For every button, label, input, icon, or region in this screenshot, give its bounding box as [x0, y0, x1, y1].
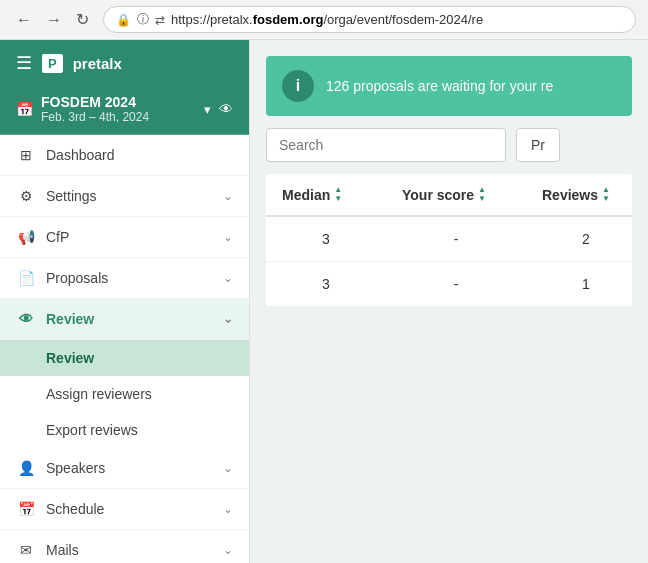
sidebar-item-export-reviews[interactable]: Export reviews [0, 412, 249, 448]
cfp-icon: 📢 [16, 229, 36, 245]
event-date: Feb. 3rd – 4th, 2024 [41, 110, 196, 124]
sidebar-subitem-review-label: Review [46, 350, 94, 366]
sort-desc-icon: ▼ [334, 195, 342, 203]
chevron-down-icon: ⌄ [223, 230, 233, 244]
brand-name: pretalx [73, 55, 122, 72]
chevron-down-icon: ⌄ [223, 312, 233, 326]
cell-score-1: - [386, 217, 526, 261]
sidebar-item-proposals[interactable]: 📄 Proposals ⌄ [0, 258, 249, 299]
calendar-icon: 📅 [16, 101, 33, 117]
info-banner-text: 126 proposals are waiting for your re [326, 78, 553, 94]
cell-median-1: 3 [266, 217, 386, 261]
filter-area: Pr [266, 128, 632, 162]
logo-box: P [42, 54, 63, 73]
sort-asc-icon: ▲ [478, 186, 486, 194]
address-bar[interactable]: 🔒 ⓘ ⇄ https://pretalx.fosdem.org/orga/ev… [103, 6, 636, 33]
proposals-icon: 📄 [16, 270, 36, 286]
hamburger-icon[interactable]: ☰ [16, 52, 32, 74]
proposals-table: Median ▲ ▼ Your score ▲ ▼ Reviews [266, 174, 632, 307]
search-input[interactable] [266, 128, 506, 162]
sidebar-header: ☰ P pretalx [0, 40, 249, 86]
eye-icon[interactable]: 👁 [219, 101, 233, 117]
event-details: FOSDEM 2024 Feb. 3rd – 4th, 2024 [41, 94, 196, 124]
chevron-down-icon: ⌄ [223, 543, 233, 557]
sidebar-item-cfp[interactable]: 📢 CfP ⌄ [0, 217, 249, 258]
column-reviews: Reviews ▲ ▼ [526, 174, 632, 215]
sidebar-item-dashboard[interactable]: ⊞ Dashboard [0, 135, 249, 176]
column-median: Median ▲ ▼ [266, 174, 386, 215]
forward-button[interactable]: → [42, 9, 66, 31]
sidebar-subitem-assign-label: Assign reviewers [46, 386, 152, 402]
reviews-label: Reviews [542, 187, 598, 203]
domain-bold: fosdem.org [253, 12, 324, 27]
sidebar-item-speakers-label: Speakers [46, 460, 213, 476]
sort-asc-icon: ▲ [334, 186, 342, 194]
your-score-label: Your score [402, 187, 474, 203]
info-icon: ⓘ [137, 11, 149, 28]
cell-reviews-2: 1 [526, 262, 632, 306]
app-layout: ☰ P pretalx 📅 FOSDEM 2024 Feb. 3rd – 4th… [0, 40, 648, 563]
sidebar-item-review[interactable]: 👁 Review ⌄ [0, 299, 249, 340]
cell-score-2: - [386, 262, 526, 306]
table-row[interactable]: 3 - 1 [266, 262, 632, 307]
sidebar-item-schedule[interactable]: 📅 Schedule ⌄ [0, 489, 249, 530]
event-arrows: ▾ [204, 102, 211, 117]
sort-desc-icon: ▼ [602, 195, 610, 203]
sidebar-item-mails[interactable]: ✉ Mails ⌄ [0, 530, 249, 563]
cell-median-2: 3 [266, 262, 386, 306]
main-content: i 126 proposals are waiting for your re … [250, 40, 648, 563]
info-circle-icon: i [282, 70, 314, 102]
reload-button[interactable]: ↻ [72, 8, 93, 31]
column-your-score: Your score ▲ ▼ [386, 174, 526, 215]
lock-icon: 🔒 [116, 13, 131, 27]
cell-reviews-1: 2 [526, 217, 632, 261]
sidebar-subitem-export-label: Export reviews [46, 422, 138, 438]
schedule-icon: 📅 [16, 501, 36, 517]
table-header: Median ▲ ▼ Your score ▲ ▼ Reviews [266, 174, 632, 217]
dropdown-arrow-icon[interactable]: ▾ [204, 102, 211, 117]
median-label: Median [282, 187, 330, 203]
sidebar-item-mails-label: Mails [46, 542, 213, 558]
table-row[interactable]: 3 - 2 [266, 217, 632, 262]
sidebar-item-settings-label: Settings [46, 188, 213, 204]
sort-icons-median[interactable]: ▲ ▼ [334, 186, 342, 203]
sidebar-item-schedule-label: Schedule [46, 501, 213, 517]
back-button[interactable]: ← [12, 9, 36, 31]
speakers-icon: 👤 [16, 460, 36, 476]
sidebar: ☰ P pretalx 📅 FOSDEM 2024 Feb. 3rd – 4th… [0, 40, 250, 563]
sidebar-item-cfp-label: CfP [46, 229, 213, 245]
url-path: /orga/event/fosdem-2024/re [323, 12, 483, 27]
url-display: https://pretalx.fosdem.org/orga/event/fo… [171, 12, 623, 27]
sort-asc-icon: ▲ [602, 186, 610, 194]
chevron-down-icon: ⌄ [223, 502, 233, 516]
sidebar-item-assign-reviewers[interactable]: Assign reviewers [0, 376, 249, 412]
event-name: FOSDEM 2024 [41, 94, 196, 110]
filter-button[interactable]: Pr [516, 128, 560, 162]
browser-navigation: ← → ↻ [12, 8, 93, 31]
browser-bar: ← → ↻ 🔒 ⓘ ⇄ https://pretalx.fosdem.org/o… [0, 0, 648, 40]
settings-icon: ⚙ [16, 188, 36, 204]
sidebar-item-settings[interactable]: ⚙ Settings ⌄ [0, 176, 249, 217]
sidebar-item-dashboard-label: Dashboard [46, 147, 233, 163]
sidebar-item-review-label: Review [46, 311, 213, 327]
info-banner: i 126 proposals are waiting for your re [266, 56, 632, 116]
chevron-down-icon: ⌄ [223, 189, 233, 203]
event-info: 📅 FOSDEM 2024 Feb. 3rd – 4th, 2024 ▾ 👁 [0, 86, 249, 135]
chevron-down-icon: ⌄ [223, 461, 233, 475]
sidebar-item-review-main[interactable]: Review [0, 340, 249, 376]
sidebar-item-proposals-label: Proposals [46, 270, 213, 286]
sidebar-item-speakers[interactable]: 👤 Speakers ⌄ [0, 448, 249, 489]
site-settings-icon: ⇄ [155, 13, 165, 27]
chevron-down-icon: ⌄ [223, 271, 233, 285]
mails-icon: ✉ [16, 542, 36, 558]
review-icon: 👁 [16, 311, 36, 327]
sort-desc-icon: ▼ [478, 195, 486, 203]
sort-icons-reviews[interactable]: ▲ ▼ [602, 186, 610, 203]
sort-icons-score[interactable]: ▲ ▼ [478, 186, 486, 203]
dashboard-icon: ⊞ [16, 147, 36, 163]
